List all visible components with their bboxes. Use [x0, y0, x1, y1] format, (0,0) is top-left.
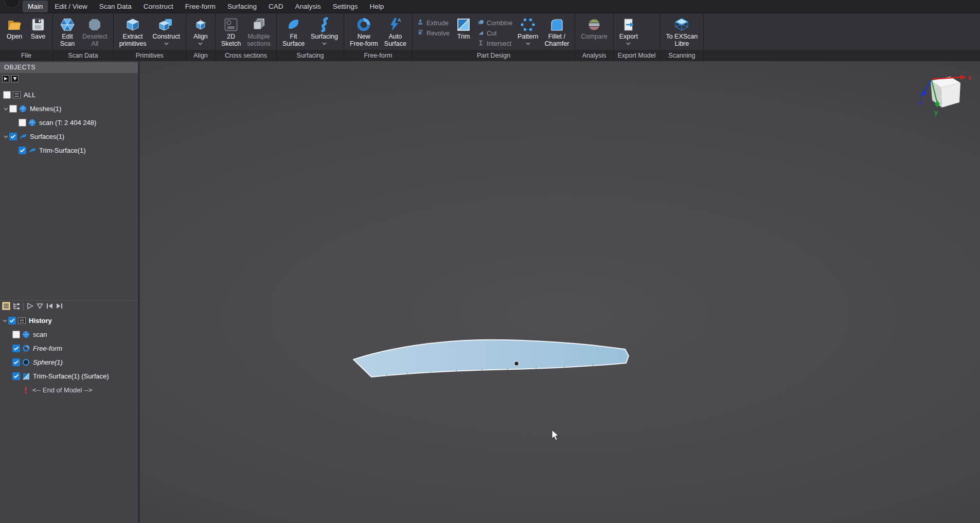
checkbox-hist-scan[interactable]: [12, 331, 20, 338]
list-icon: [12, 92, 21, 98]
history-play-button[interactable]: [26, 302, 34, 312]
checkbox-all[interactable]: [3, 91, 11, 99]
checkbox-surfaces[interactable]: [9, 133, 17, 140]
fillet-chamfer-button[interactable]: Fillet / Chamfer: [541, 15, 572, 50]
expander-icon[interactable]: [1, 319, 8, 322]
surface-point-marker[interactable]: [514, 362, 519, 366]
checkbox-hist-trim[interactable]: [12, 372, 20, 380]
deselect-all-icon: [87, 16, 102, 33]
trim-label: Trim: [457, 33, 470, 40]
checkbox-scan[interactable]: [19, 119, 26, 127]
align-button[interactable]: Align: [189, 15, 212, 50]
trim-surface-model[interactable]: [140, 61, 980, 523]
app-logo[interactable]: [4, 0, 20, 8]
export-icon: [621, 16, 636, 33]
tree-row-end-of-model[interactable]: <-- End of Model -->: [0, 383, 138, 397]
auto-surface-button[interactable]: A Auto Surface: [381, 15, 409, 50]
menu-main[interactable]: Main: [23, 1, 48, 12]
list-view-button[interactable]: [2, 302, 10, 312]
open-label: Open: [7, 33, 23, 40]
tree-row-hist-trim[interactable]: Trim-Surface(1) (Surface): [0, 369, 138, 383]
tree-row-trim-surface[interactable]: Trim-Surface(1): [0, 143, 138, 157]
edit-scan-button[interactable]: Edit Scan: [56, 15, 79, 50]
export-button[interactable]: Export: [616, 15, 641, 50]
revolve-button[interactable]: Revolve: [415, 29, 452, 38]
history-toolbar: [0, 300, 138, 313]
to-exscan-label-2: Libre: [674, 40, 689, 47]
checkbox-meshes[interactable]: [9, 105, 17, 113]
menu-help[interactable]: Help: [365, 1, 389, 12]
svg-text:x: x: [968, 74, 972, 81]
surface-outline[interactable]: [353, 340, 629, 377]
tree-row-history[interactable]: History: [0, 314, 138, 328]
combine-button[interactable]: Combine: [475, 19, 514, 27]
menu-analysis[interactable]: Analysis: [290, 1, 326, 12]
deselect-all-label-2: All: [91, 40, 98, 47]
fit-surface-button[interactable]: Fit Surface: [279, 15, 308, 50]
tree-view-button[interactable]: [12, 302, 21, 312]
deselect-all-button[interactable]: Deselect All: [79, 15, 111, 50]
group-label-free-form: Free-form: [344, 50, 412, 61]
2d-sketch-button[interactable]: 2D Sketch: [218, 15, 244, 50]
pattern-button[interactable]: Pattern: [514, 15, 541, 50]
cut-button[interactable]: Cut: [475, 29, 514, 38]
compare-button[interactable]: Compare: [578, 15, 610, 50]
to-exscan-libre-button[interactable]: To EXScan Libre: [663, 15, 701, 50]
checkbox-hist-freeform[interactable]: [12, 345, 20, 352]
2d-sketch-label-2: Sketch: [221, 40, 241, 47]
end-marker-icon: [21, 386, 30, 394]
menu-scan-data[interactable]: Scan Data: [94, 1, 137, 12]
extract-primitives-label-1: Extract: [123, 33, 143, 40]
history-go-end-button[interactable]: [56, 302, 63, 312]
trim-button[interactable]: Trim: [452, 15, 475, 50]
fit-surface-icon: [286, 16, 301, 33]
tree-row-surfaces[interactable]: Surfaces(1): [0, 130, 138, 143]
expander-icon[interactable]: [2, 135, 9, 138]
checkbox-history[interactable]: [8, 317, 16, 324]
group-label-primitives: Primitives: [114, 50, 186, 61]
extrude-button[interactable]: Extrude: [415, 19, 452, 27]
history-step-button[interactable]: [36, 302, 44, 312]
menu-edit-view[interactable]: Edit / View: [49, 1, 93, 12]
save-button[interactable]: Save: [26, 15, 50, 50]
fit-surface-label-1: Fit: [290, 33, 297, 40]
menu-cad[interactable]: CAD: [263, 1, 289, 12]
edit-scan-label-2: Scan: [60, 40, 75, 47]
tree-row-all[interactable]: ALL: [0, 88, 138, 102]
new-free-form-button[interactable]: New Free-form: [347, 15, 381, 50]
group-label-align: Align: [186, 50, 215, 61]
checkbox-hist-sphere[interactable]: [12, 358, 20, 366]
2d-sketch-label-1: 2D: [227, 33, 235, 40]
history-go-start-button[interactable]: [46, 302, 54, 312]
extract-primitives-button[interactable]: Extract primitives: [116, 15, 150, 50]
multiple-sections-button[interactable]: Multiple sections: [244, 15, 274, 50]
surfacing-button[interactable]: Surfacing: [308, 15, 341, 50]
align-label: Align: [193, 33, 208, 40]
collapse-all-button[interactable]: [11, 75, 19, 84]
intersect-button[interactable]: Intersect: [475, 39, 514, 48]
construct-caret-icon: [164, 40, 169, 47]
tree-label-trim-surface: Trim-Surface(1): [39, 147, 86, 154]
tree-row-hist-freeform[interactable]: Free-form: [0, 341, 138, 355]
group-label-part-design: Part Design: [413, 50, 575, 61]
deselect-all-label-1: Deselect: [82, 33, 108, 40]
tree-row-hist-scan[interactable]: scan: [0, 328, 138, 341]
compare-sphere-icon: [587, 16, 601, 33]
menu-construct[interactable]: Construct: [138, 1, 179, 12]
open-button[interactable]: Open: [3, 15, 26, 50]
menu-surfacing[interactable]: Surfacing: [222, 1, 262, 12]
group-label-export-model: Export Model: [614, 50, 660, 61]
surfacing-caret-icon: [322, 40, 327, 47]
menu-free-form[interactable]: Free-form: [180, 1, 221, 12]
tree-row-hist-sphere[interactable]: Sphere(1): [0, 355, 138, 369]
expander-icon[interactable]: [2, 107, 9, 111]
tree-row-scan[interactable]: scan (T: 2 404 248): [0, 116, 138, 130]
ribbon-group-surfacing: Fit Surface Surfacing Surfacing: [277, 14, 344, 61]
checkbox-trim-surface[interactable]: [19, 147, 26, 154]
expand-all-button[interactable]: [2, 75, 9, 84]
view-cube[interactable]: x z y: [918, 70, 972, 119]
menu-settings[interactable]: Settings: [328, 1, 363, 12]
viewport-3d[interactable]: x z y: [140, 61, 980, 523]
tree-row-meshes[interactable]: Meshes(1): [0, 102, 138, 116]
construct-button[interactable]: Construct: [149, 15, 183, 50]
